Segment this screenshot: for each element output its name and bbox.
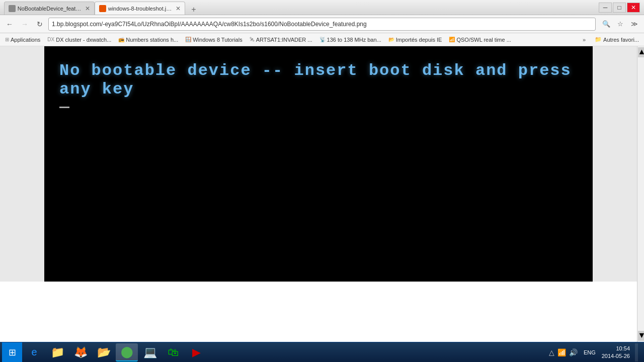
media-icon: ▶ bbox=[192, 346, 201, 359]
new-tab-button[interactable]: + bbox=[187, 5, 200, 15]
tray-clock[interactable]: 10:54 2014-05-26 bbox=[602, 345, 630, 359]
main-viewport: No bootable device -- insert boot disk a… bbox=[0, 46, 644, 342]
taskbar: ⊞ e 📁 🦊 📂 ⬤ 💻 🛍 ▶ △ 📶 bbox=[0, 342, 644, 362]
apps-grid-icon: ⊞ bbox=[5, 37, 9, 42]
search-icon-button[interactable]: 🔍 bbox=[600, 18, 613, 31]
boot-screen-image: No bootable device -- insert boot disk a… bbox=[44, 46, 593, 282]
address-text: 1.bp.blogspot.com/-eya9C7I54Lo/UzRhnaOiB… bbox=[52, 21, 367, 28]
bookmark-qso[interactable]: 📶 QSO/SWL real time ... bbox=[446, 36, 514, 44]
tray-notification-icon[interactable]: △ bbox=[549, 348, 554, 356]
more-tools-button[interactable]: ≫ bbox=[628, 18, 641, 31]
files-icon: 📁 bbox=[51, 346, 64, 359]
start-button[interactable]: ⊞ bbox=[2, 342, 22, 363]
content-area: No bootable device -- insert boot disk a… bbox=[0, 46, 637, 342]
bookmark-136-label: 136 to 138 MHz ban... bbox=[327, 37, 381, 43]
image-viewer: No bootable device -- insert boot disk a… bbox=[0, 46, 637, 282]
folder-icon: 📂 bbox=[97, 346, 111, 359]
address-bar[interactable]: 1.bp.blogspot.com/-eya9C7I54Lo/UzRhnaOiB… bbox=[48, 18, 596, 31]
bookmark-dx[interactable]: DX DX cluster - dxwatch... bbox=[44, 36, 114, 44]
autres-favoris-icon: 📁 bbox=[595, 36, 602, 43]
taskbar-explorer[interactable]: 💻 bbox=[139, 343, 161, 361]
bookmark-qso-label: QSO/SWL real time ... bbox=[456, 37, 511, 43]
tab1-close[interactable]: ✕ bbox=[85, 5, 90, 12]
tray-language[interactable]: ENG bbox=[584, 349, 596, 355]
taskbar-chrome[interactable]: ⬤ bbox=[116, 343, 138, 361]
tray-date-value: 2014-05-26 bbox=[602, 352, 630, 359]
minimize-button[interactable]: ─ bbox=[599, 3, 612, 13]
bookmark-numbers[interactable]: 📻 Numbers stations h... bbox=[115, 36, 181, 44]
bookmark-win8-icon: 🪟 bbox=[185, 37, 191, 42]
scroll-down-button[interactable]: ▼ bbox=[638, 331, 644, 341]
tab2-close[interactable]: ✕ bbox=[176, 5, 181, 12]
bookmark-dx-icon: DX bbox=[47, 37, 54, 42]
browser-window: NoBootableDevice_featu... ✕ windows-8-tr… bbox=[0, 0, 644, 362]
autres-favoris-button[interactable]: 📁 Autres favori... bbox=[592, 35, 642, 44]
bookmark-importes-label: Importés depuis IE bbox=[396, 37, 442, 43]
reload-button[interactable]: ↻ bbox=[33, 18, 46, 31]
taskbar-folder[interactable]: 📂 bbox=[93, 343, 115, 361]
bookmark-apps-label: Applications bbox=[11, 37, 40, 43]
bookmark-numbers-label: Numbers stations h... bbox=[126, 37, 178, 43]
tab-1[interactable]: NoBootableDevice_featu... ✕ bbox=[4, 2, 95, 15]
bookmark-artsat-label: ARTSAT1:INVADER ... bbox=[256, 37, 312, 43]
forward-button[interactable]: → bbox=[18, 18, 31, 31]
start-icon: ⊞ bbox=[9, 347, 16, 358]
chrome-icon: ⬤ bbox=[121, 345, 133, 358]
ie-icon: e bbox=[31, 346, 37, 358]
white-area-below-image bbox=[0, 282, 637, 342]
tabs-area: NoBootableDevice_featu... ✕ windows-8-tr… bbox=[4, 0, 200, 15]
scroll-up-button[interactable]: ▲ bbox=[638, 47, 644, 57]
maximize-button[interactable]: □ bbox=[613, 3, 626, 13]
tab1-title: NoBootableDevice_featu... bbox=[18, 6, 82, 12]
taskbar-firefox[interactable]: 🦊 bbox=[69, 343, 92, 361]
tab1-favicon bbox=[9, 5, 16, 12]
boot-message: No bootable device -- insert boot disk a… bbox=[59, 61, 578, 99]
system-tray: △ 📶 🔊 ENG 10:54 2014-05-26 bbox=[545, 343, 642, 361]
back-button[interactable]: ← bbox=[3, 18, 16, 31]
tab2-favicon bbox=[99, 5, 106, 12]
taskbar-store[interactable]: 🛍 bbox=[162, 343, 184, 361]
bookmarks-more-button[interactable]: » bbox=[580, 36, 589, 44]
autres-favoris-label: Autres favori... bbox=[603, 37, 639, 43]
tab2-title: windows-8-troubleshot.jp... bbox=[108, 6, 173, 12]
bookmark-136[interactable]: 📡 136 to 138 MHz ban... bbox=[316, 36, 384, 44]
scrollbar[interactable]: ▲ ▼ bbox=[637, 46, 644, 342]
taskbar-files[interactable]: 📁 bbox=[46, 343, 68, 361]
tray-network-icon[interactable]: 📶 bbox=[557, 348, 566, 356]
close-button[interactable]: ✕ bbox=[627, 3, 640, 13]
tray-volume-icon[interactable]: 🔊 bbox=[569, 348, 578, 356]
bookmark-numbers-icon: 📻 bbox=[118, 37, 124, 42]
bookmark-importes[interactable]: 📂 Importés depuis IE bbox=[385, 36, 445, 44]
nav-bar: ← → ↻ 1.bp.blogspot.com/-eya9C7I54Lo/UzR… bbox=[0, 15, 644, 33]
tab-2[interactable]: windows-8-troubleshot.jp... ✕ bbox=[95, 2, 185, 15]
explorer-icon: 💻 bbox=[143, 346, 157, 359]
window-controls: ─ □ ✕ bbox=[599, 3, 640, 13]
firefox-icon: 🦊 bbox=[74, 346, 88, 359]
taskbar-ie[interactable]: e bbox=[23, 343, 45, 361]
bookmarks-bar: ⊞ Applications DX DX cluster - dxwatch..… bbox=[0, 33, 644, 46]
tray-time-value: 10:54 bbox=[616, 345, 630, 352]
taskbar-media[interactable]: ▶ bbox=[185, 343, 207, 361]
title-bar: NoBootableDevice_featu... ✕ windows-8-tr… bbox=[0, 0, 644, 15]
bookmark-qso-icon: 📶 bbox=[449, 37, 455, 42]
tray-icons: △ 📶 🔊 bbox=[549, 348, 578, 356]
show-desktop-button[interactable] bbox=[635, 343, 638, 361]
bookmark-win8[interactable]: 🪟 Windows 8 Tutorials bbox=[182, 36, 245, 44]
bookmark-artsat[interactable]: 🛰 ARTSAT1:INVADER ... bbox=[247, 36, 315, 44]
bookmark-apps[interactable]: ⊞ Applications bbox=[2, 36, 43, 44]
bookmark-star-button[interactable]: ☆ bbox=[614, 18, 627, 31]
store-icon: 🛍 bbox=[168, 346, 179, 359]
bookmark-importes-icon: 📂 bbox=[388, 37, 394, 42]
bookmark-136-icon: 📡 bbox=[319, 37, 326, 42]
boot-cursor bbox=[59, 107, 69, 108]
bookmark-win8-label: Windows 8 Tutorials bbox=[193, 37, 242, 43]
bookmark-dx-label: DX cluster - dxwatch... bbox=[56, 37, 111, 43]
bookmark-artsat-icon: 🛰 bbox=[250, 37, 255, 42]
nav-icons: 🔍 ☆ ≫ bbox=[600, 18, 641, 31]
